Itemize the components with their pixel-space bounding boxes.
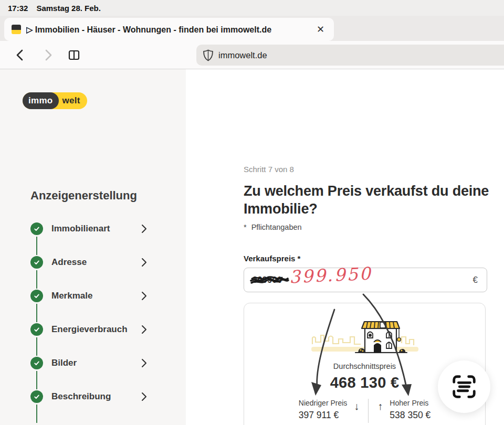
chevron-right-icon	[141, 358, 147, 368]
tab-bar: ▷ Immobilien - Häuser - Wohnungen - find…	[0, 16, 504, 41]
tab-title: ▷ Immobilien - Häuser - Wohnungen - find…	[26, 25, 309, 35]
page-title: Zu welchem Preis verkaufst du deine Immo…	[244, 182, 497, 218]
house-illustration	[304, 314, 426, 360]
high-price-value: 538 350 €	[390, 410, 430, 421]
high-price-label: Hoher Preis	[390, 399, 430, 407]
live-text-scan-button[interactable]	[438, 360, 490, 413]
low-price-block: Niedriger Preis 397 911 €	[299, 399, 348, 421]
sidebar-item-adresse[interactable]: Adresse	[30, 256, 148, 269]
low-price-value: 397 911 €	[299, 410, 348, 421]
sidebar-item-energieverbrauch[interactable]: Energieverbrauch	[30, 323, 148, 336]
sidebar-item-beschreibung[interactable]: Beschreibung	[30, 390, 148, 403]
step-label: Beschreibung	[51, 391, 141, 402]
browser-toolbar: immowelt.de	[0, 41, 504, 69]
up-arrow-icon: ↑	[377, 399, 383, 412]
step-list: Immobilienart Adresse Merkmale	[30, 222, 148, 424]
high-price-block: Hoher Preis 538 350 €	[390, 399, 430, 421]
browser-tab[interactable]: ▷ Immobilien - Häuser - Wohnungen - find…	[4, 18, 334, 41]
chevron-right-icon	[141, 392, 147, 401]
required-mark: *	[244, 223, 247, 231]
logo-welt: welt	[59, 95, 80, 106]
sidebar-item-merkmale[interactable]: Merkmale	[30, 290, 148, 302]
step-label: Energieverbrauch	[51, 324, 141, 335]
scan-text-icon	[450, 373, 478, 401]
screen: 17:32 Samstag 28. Feb. ▷ Immobilien - Hä…	[0, 0, 504, 425]
logo-immo: immo	[23, 92, 59, 109]
close-tab-icon[interactable]: ✕	[314, 23, 327, 36]
handwritten-price-annotation: 399.950	[289, 263, 372, 288]
check-circle-icon	[30, 323, 43, 336]
currency-suffix: €	[473, 275, 478, 285]
forward-icon[interactable]	[41, 48, 55, 62]
check-circle-icon	[30, 222, 43, 235]
step-label: Merkmale	[51, 291, 141, 301]
check-circle-icon	[30, 390, 43, 403]
privacy-shield-icon[interactable]	[203, 49, 214, 61]
address-bar[interactable]: immowelt.de	[196, 45, 504, 66]
status-time: 17:32	[8, 4, 28, 13]
status-bar: 17:32 Samstag 28. Feb.	[0, 0, 504, 16]
check-circle-icon	[30, 290, 43, 302]
required-note: * Pflichtangaben	[244, 223, 302, 231]
step-label: Immobilienart	[51, 224, 141, 234]
down-arrow-icon: ↓	[354, 399, 359, 412]
status-date: Samstag 28. Feb.	[36, 4, 101, 13]
back-icon[interactable]	[14, 48, 27, 62]
immowelt-logo[interactable]: immo welt	[23, 92, 87, 109]
sidebar-item-immobilienart[interactable]: Immobilienart	[30, 222, 148, 235]
price-field-label: Verkaufspreis *	[244, 254, 300, 263]
chevron-right-icon	[141, 258, 147, 267]
sidebar-item-bilder[interactable]: Bilder	[30, 357, 148, 369]
price-input-value: 399900	[253, 275, 282, 285]
sidebar: immo welt Anzeigenerstellung Immobiliena…	[0, 69, 186, 425]
chevron-right-icon	[141, 325, 147, 334]
immowelt-favicon-icon	[12, 25, 21, 34]
bookmarks-icon[interactable]	[67, 48, 81, 62]
low-price-label: Niedriger Preis	[299, 399, 348, 407]
check-circle-icon	[30, 256, 43, 269]
chevron-right-icon	[141, 224, 147, 233]
check-circle-icon	[30, 357, 43, 369]
sidebar-title: Anzeigenerstellung	[30, 189, 137, 203]
required-text: Pflichtangaben	[251, 223, 302, 231]
divider	[368, 399, 369, 423]
url-text: immowelt.de	[218, 50, 267, 60]
price-input[interactable]: 399900 399.950 €	[244, 268, 487, 292]
step-label: Adresse	[51, 257, 141, 268]
chevron-right-icon	[141, 291, 147, 301]
step-label: Bilder	[51, 358, 141, 368]
step-indicator: Schritt 7 von 8	[244, 165, 294, 174]
